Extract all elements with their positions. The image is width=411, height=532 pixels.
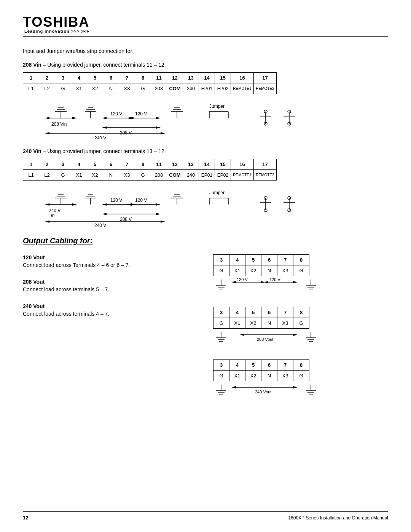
svg-marker-122 bbox=[231, 386, 236, 388]
output-208vout-diagram: 3 4 5 6 7 8 G X1 X2 N X3 G bbox=[213, 307, 388, 350]
svg-text:240 Vout: 240 Vout bbox=[255, 390, 271, 394]
intro-text: Input and Jumper wire/bus strip connecti… bbox=[23, 48, 388, 54]
svg-marker-46 bbox=[72, 203, 77, 206]
240vout-title: 240 Vout bbox=[23, 303, 198, 309]
svg-text:208 V: 208 V bbox=[120, 217, 132, 222]
terminal-table-208: 1 2 3 4 5 6 7 8 11 12 13 14 15 16 17 L1 … bbox=[23, 72, 388, 94]
svg-marker-9 bbox=[102, 117, 107, 119]
svg-marker-22 bbox=[156, 126, 161, 129]
toshiba-logo: TOSHIBA bbox=[23, 15, 89, 29]
svg-marker-66 bbox=[102, 213, 107, 215]
svg-text:120 V: 120 V bbox=[110, 198, 122, 203]
svg-marker-13 bbox=[127, 117, 131, 119]
output-120vout: 120 Vout Connect load across Terminals 4… bbox=[23, 254, 198, 268]
208vout-desc: Connect load across terminals 5 – 7. bbox=[23, 286, 198, 292]
svg-marker-2 bbox=[72, 117, 77, 119]
output-left: 120 Vout Connect load across Terminals 4… bbox=[23, 254, 198, 407]
svg-marker-14 bbox=[156, 117, 161, 119]
svg-text:in: in bbox=[51, 213, 55, 218]
svg-marker-70 bbox=[45, 220, 49, 223]
terminal-table-240: 1 2 3 4 5 6 7 8 11 12 13 14 15 16 17 L1 … bbox=[23, 159, 388, 181]
120vout-title: 120 Vout bbox=[23, 254, 198, 260]
diagram-240: 240 V in 120 V 120 V bbox=[23, 184, 388, 227]
svg-text:240 V: 240 V bbox=[94, 223, 106, 227]
diagram-208: 208 Vin 120 V 120 V 208 bbox=[23, 97, 388, 139]
svg-marker-123 bbox=[293, 386, 298, 388]
svg-marker-1 bbox=[45, 117, 49, 119]
output-240vout-diagram: 3 4 5 6 7 8 G X1 X2 N X3 G bbox=[213, 359, 388, 403]
svg-text:208 V: 208 V bbox=[120, 130, 132, 136]
svg-text:120 V: 120 V bbox=[135, 111, 147, 117]
svg-text:120 V: 120 V bbox=[135, 198, 147, 203]
svg-marker-59 bbox=[156, 203, 161, 206]
svg-marker-98 bbox=[264, 281, 268, 283]
svg-marker-67 bbox=[156, 213, 161, 215]
footer: 12 1600XP Series Installation and Operat… bbox=[23, 511, 388, 521]
svg-marker-54 bbox=[102, 203, 107, 206]
svg-marker-21 bbox=[102, 126, 107, 129]
svg-text:Jumper: Jumper bbox=[209, 190, 225, 195]
header: TOSHIBA Leading Innovation >>> bbox=[23, 15, 388, 37]
svg-text:Jumper: Jumper bbox=[209, 104, 225, 109]
manual-title: 1600XP Series Installation and Operation… bbox=[288, 515, 388, 521]
120vout-desc: Connect load across Terminals 4 – 6 or 6… bbox=[23, 262, 198, 268]
svg-marker-45 bbox=[45, 203, 49, 206]
section-208-label: 208 Vin – Using provided jumper, connect… bbox=[23, 62, 388, 68]
240vout-desc: Connect load across terminals 4 – 7. bbox=[23, 311, 198, 317]
svg-marker-26 bbox=[161, 132, 165, 134]
svg-text:120 V: 120 V bbox=[237, 278, 248, 282]
svg-marker-71 bbox=[161, 220, 165, 223]
output-cabling-heading: Output Cabling for: bbox=[23, 236, 388, 245]
output-240vout: 240 Vout Connect load across terminals 4… bbox=[23, 303, 198, 317]
svg-marker-99 bbox=[293, 281, 298, 283]
208vout-title: 208 Vout bbox=[23, 279, 198, 285]
page: TOSHIBA Leading Innovation >>> Input and… bbox=[0, 0, 411, 532]
svg-marker-58 bbox=[127, 203, 131, 206]
svg-marker-110 bbox=[240, 334, 244, 336]
output-right: 3 4 5 6 7 8 G X1 X2 N X3 G bbox=[213, 254, 388, 407]
tagline: Leading Innovation >>> bbox=[24, 29, 89, 34]
svg-text:120 V: 120 V bbox=[269, 278, 280, 282]
svg-marker-111 bbox=[293, 334, 298, 336]
svg-marker-94 bbox=[231, 281, 236, 283]
output-208vout: 208 Vout Connect load across terminals 5… bbox=[23, 279, 198, 292]
page-number: 12 bbox=[23, 515, 28, 521]
svg-text:120 V: 120 V bbox=[110, 111, 122, 117]
svg-marker-25 bbox=[45, 132, 49, 134]
output-section: 120 Vout Connect load across Terminals 4… bbox=[23, 254, 388, 407]
svg-text:208 Vin: 208 Vin bbox=[51, 121, 67, 127]
section-240-label: 240 Vin – Using provided jumper, connect… bbox=[23, 148, 388, 154]
output-120vout-diagram: 3 4 5 6 7 8 G X1 X2 N X3 G bbox=[213, 254, 388, 298]
svg-text:240 V: 240 V bbox=[94, 136, 106, 139]
svg-text:240 V: 240 V bbox=[49, 208, 61, 213]
svg-text:208 Vout: 208 Vout bbox=[257, 337, 273, 342]
